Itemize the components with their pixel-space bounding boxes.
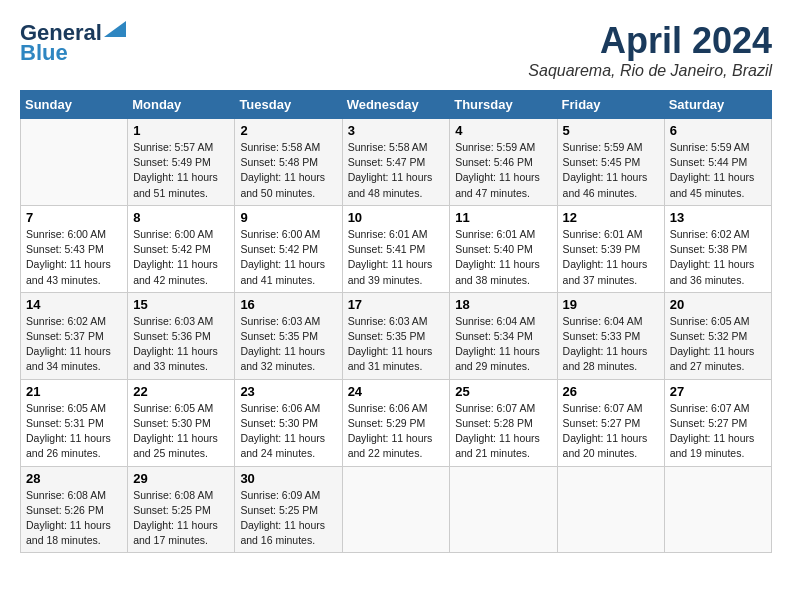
- location-subtitle: Saquarema, Rio de Janeiro, Brazil: [528, 62, 772, 80]
- day-info: Sunrise: 6:04 AM Sunset: 5:33 PM Dayligh…: [563, 314, 659, 375]
- calendar-week-row: 14Sunrise: 6:02 AM Sunset: 5:37 PM Dayli…: [21, 292, 772, 379]
- day-number: 7: [26, 210, 122, 225]
- calendar-cell: 10Sunrise: 6:01 AM Sunset: 5:41 PM Dayli…: [342, 205, 450, 292]
- day-info: Sunrise: 6:03 AM Sunset: 5:35 PM Dayligh…: [240, 314, 336, 375]
- day-info: Sunrise: 5:59 AM Sunset: 5:45 PM Dayligh…: [563, 140, 659, 201]
- calendar-cell: 21Sunrise: 6:05 AM Sunset: 5:31 PM Dayli…: [21, 379, 128, 466]
- day-number: 21: [26, 384, 122, 399]
- calendar-cell: 26Sunrise: 6:07 AM Sunset: 5:27 PM Dayli…: [557, 379, 664, 466]
- calendar-cell: 19Sunrise: 6:04 AM Sunset: 5:33 PM Dayli…: [557, 292, 664, 379]
- day-info: Sunrise: 6:02 AM Sunset: 5:38 PM Dayligh…: [670, 227, 766, 288]
- day-number: 29: [133, 471, 229, 486]
- calendar-cell: 17Sunrise: 6:03 AM Sunset: 5:35 PM Dayli…: [342, 292, 450, 379]
- calendar-cell: 25Sunrise: 6:07 AM Sunset: 5:28 PM Dayli…: [450, 379, 557, 466]
- svg-marker-0: [104, 21, 126, 37]
- calendar-cell: 24Sunrise: 6:06 AM Sunset: 5:29 PM Dayli…: [342, 379, 450, 466]
- day-info: Sunrise: 6:05 AM Sunset: 5:31 PM Dayligh…: [26, 401, 122, 462]
- day-number: 19: [563, 297, 659, 312]
- day-info: Sunrise: 5:59 AM Sunset: 5:44 PM Dayligh…: [670, 140, 766, 201]
- day-info: Sunrise: 6:05 AM Sunset: 5:32 PM Dayligh…: [670, 314, 766, 375]
- calendar-cell: 18Sunrise: 6:04 AM Sunset: 5:34 PM Dayli…: [450, 292, 557, 379]
- calendar-cell: 30Sunrise: 6:09 AM Sunset: 5:25 PM Dayli…: [235, 466, 342, 553]
- day-number: 20: [670, 297, 766, 312]
- calendar-cell: 2Sunrise: 5:58 AM Sunset: 5:48 PM Daylig…: [235, 119, 342, 206]
- calendar-cell: [557, 466, 664, 553]
- weekday-header-thursday: Thursday: [450, 91, 557, 119]
- day-info: Sunrise: 6:00 AM Sunset: 5:43 PM Dayligh…: [26, 227, 122, 288]
- calendar-cell: 16Sunrise: 6:03 AM Sunset: 5:35 PM Dayli…: [235, 292, 342, 379]
- day-info: Sunrise: 6:06 AM Sunset: 5:30 PM Dayligh…: [240, 401, 336, 462]
- day-number: 2: [240, 123, 336, 138]
- day-info: Sunrise: 6:02 AM Sunset: 5:37 PM Dayligh…: [26, 314, 122, 375]
- day-info: Sunrise: 6:00 AM Sunset: 5:42 PM Dayligh…: [240, 227, 336, 288]
- calendar-cell: 6Sunrise: 5:59 AM Sunset: 5:44 PM Daylig…: [664, 119, 771, 206]
- logo-blue: Blue: [20, 40, 68, 66]
- day-info: Sunrise: 6:03 AM Sunset: 5:36 PM Dayligh…: [133, 314, 229, 375]
- day-number: 9: [240, 210, 336, 225]
- calendar-cell: 14Sunrise: 6:02 AM Sunset: 5:37 PM Dayli…: [21, 292, 128, 379]
- title-block: April 2024 Saquarema, Rio de Janeiro, Br…: [528, 20, 772, 80]
- calendar-cell: 23Sunrise: 6:06 AM Sunset: 5:30 PM Dayli…: [235, 379, 342, 466]
- calendar-week-row: 7Sunrise: 6:00 AM Sunset: 5:43 PM Daylig…: [21, 205, 772, 292]
- day-info: Sunrise: 6:07 AM Sunset: 5:27 PM Dayligh…: [670, 401, 766, 462]
- calendar-cell: 28Sunrise: 6:08 AM Sunset: 5:26 PM Dayli…: [21, 466, 128, 553]
- weekday-header-friday: Friday: [557, 91, 664, 119]
- page-header: General Blue April 2024 Saquarema, Rio d…: [20, 20, 772, 80]
- calendar-cell: 4Sunrise: 5:59 AM Sunset: 5:46 PM Daylig…: [450, 119, 557, 206]
- day-info: Sunrise: 6:01 AM Sunset: 5:41 PM Dayligh…: [348, 227, 445, 288]
- calendar-cell: 13Sunrise: 6:02 AM Sunset: 5:38 PM Dayli…: [664, 205, 771, 292]
- day-info: Sunrise: 6:00 AM Sunset: 5:42 PM Dayligh…: [133, 227, 229, 288]
- calendar-cell: 22Sunrise: 6:05 AM Sunset: 5:30 PM Dayli…: [128, 379, 235, 466]
- day-number: 16: [240, 297, 336, 312]
- calendar-cell: 12Sunrise: 6:01 AM Sunset: 5:39 PM Dayli…: [557, 205, 664, 292]
- day-number: 5: [563, 123, 659, 138]
- day-info: Sunrise: 6:08 AM Sunset: 5:26 PM Dayligh…: [26, 488, 122, 549]
- day-number: 11: [455, 210, 551, 225]
- day-info: Sunrise: 6:01 AM Sunset: 5:39 PM Dayligh…: [563, 227, 659, 288]
- day-number: 30: [240, 471, 336, 486]
- day-number: 6: [670, 123, 766, 138]
- day-number: 13: [670, 210, 766, 225]
- weekday-header-tuesday: Tuesday: [235, 91, 342, 119]
- calendar-cell: 20Sunrise: 6:05 AM Sunset: 5:32 PM Dayli…: [664, 292, 771, 379]
- day-info: Sunrise: 6:07 AM Sunset: 5:28 PM Dayligh…: [455, 401, 551, 462]
- day-number: 15: [133, 297, 229, 312]
- day-number: 17: [348, 297, 445, 312]
- day-number: 24: [348, 384, 445, 399]
- weekday-header-saturday: Saturday: [664, 91, 771, 119]
- logo-icon: [104, 21, 126, 37]
- calendar-cell: 3Sunrise: 5:58 AM Sunset: 5:47 PM Daylig…: [342, 119, 450, 206]
- day-info: Sunrise: 5:58 AM Sunset: 5:48 PM Dayligh…: [240, 140, 336, 201]
- calendar-cell: [21, 119, 128, 206]
- day-number: 25: [455, 384, 551, 399]
- calendar-cell: [342, 466, 450, 553]
- calendar-header-row: SundayMondayTuesdayWednesdayThursdayFrid…: [21, 91, 772, 119]
- day-number: 14: [26, 297, 122, 312]
- day-info: Sunrise: 6:09 AM Sunset: 5:25 PM Dayligh…: [240, 488, 336, 549]
- day-number: 26: [563, 384, 659, 399]
- day-info: Sunrise: 6:06 AM Sunset: 5:29 PM Dayligh…: [348, 401, 445, 462]
- month-title: April 2024: [528, 20, 772, 62]
- calendar-cell: 8Sunrise: 6:00 AM Sunset: 5:42 PM Daylig…: [128, 205, 235, 292]
- calendar-cell: [664, 466, 771, 553]
- logo: General Blue: [20, 20, 126, 66]
- day-number: 1: [133, 123, 229, 138]
- calendar-week-row: 21Sunrise: 6:05 AM Sunset: 5:31 PM Dayli…: [21, 379, 772, 466]
- calendar-cell: 27Sunrise: 6:07 AM Sunset: 5:27 PM Dayli…: [664, 379, 771, 466]
- day-number: 4: [455, 123, 551, 138]
- calendar-table: SundayMondayTuesdayWednesdayThursdayFrid…: [20, 90, 772, 553]
- calendar-week-row: 28Sunrise: 6:08 AM Sunset: 5:26 PM Dayli…: [21, 466, 772, 553]
- day-info: Sunrise: 5:58 AM Sunset: 5:47 PM Dayligh…: [348, 140, 445, 201]
- day-info: Sunrise: 6:07 AM Sunset: 5:27 PM Dayligh…: [563, 401, 659, 462]
- day-number: 23: [240, 384, 336, 399]
- day-info: Sunrise: 6:04 AM Sunset: 5:34 PM Dayligh…: [455, 314, 551, 375]
- calendar-cell: 1Sunrise: 5:57 AM Sunset: 5:49 PM Daylig…: [128, 119, 235, 206]
- day-number: 10: [348, 210, 445, 225]
- day-number: 3: [348, 123, 445, 138]
- calendar-cell: 9Sunrise: 6:00 AM Sunset: 5:42 PM Daylig…: [235, 205, 342, 292]
- calendar-cell: 7Sunrise: 6:00 AM Sunset: 5:43 PM Daylig…: [21, 205, 128, 292]
- day-number: 18: [455, 297, 551, 312]
- day-number: 27: [670, 384, 766, 399]
- day-info: Sunrise: 5:57 AM Sunset: 5:49 PM Dayligh…: [133, 140, 229, 201]
- calendar-cell: 15Sunrise: 6:03 AM Sunset: 5:36 PM Dayli…: [128, 292, 235, 379]
